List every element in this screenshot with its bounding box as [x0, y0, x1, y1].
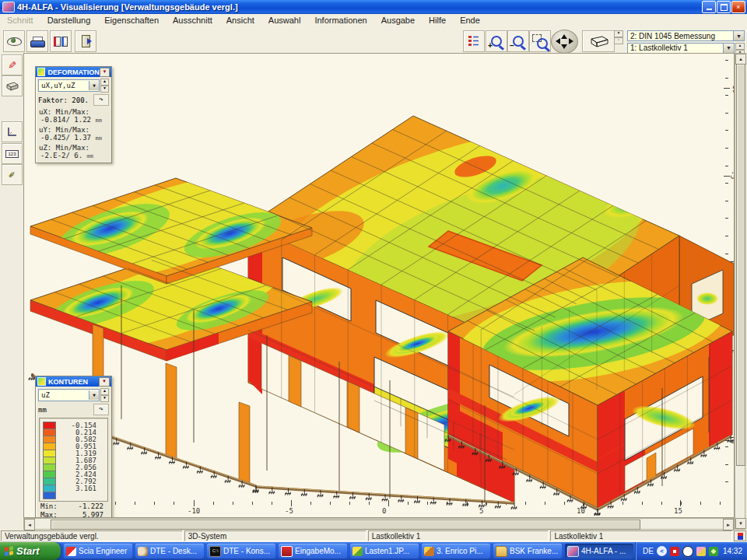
help-book-button[interactable] [50, 30, 72, 52]
menu-item-darstellung[interactable]: Darstellung [40, 14, 98, 28]
zoom-window-button[interactable] [529, 30, 551, 52]
pencil-icon: ✎ [6, 61, 18, 69]
menu-item-informationen[interactable]: Informationen [307, 14, 374, 28]
vscroll-thumb[interactable] [736, 64, 745, 466]
menu-item-ausgabe[interactable]: Ausgabe [374, 14, 422, 28]
pan-right-icon[interactable] [569, 38, 577, 44]
chevron-down-icon[interactable]: ▼ [89, 81, 99, 90]
unit-label: mm [87, 153, 93, 159]
tree-view-button[interactable] [463, 30, 485, 52]
konturen-selector[interactable]: uZ ▼ [38, 389, 100, 401]
horizontal-scrollbar[interactable]: ◄ ► [23, 518, 735, 530]
title-bar[interactable]: 4H-ALFA - Visualisierung [Verwaltungsgeb… [0, 0, 747, 14]
design-combo-value: 2: DIN 1045 Bemessung [630, 32, 715, 40]
menu-item-auswahl[interactable]: Auswahl [261, 14, 308, 28]
taskbar-button-label: DTE - Kons... [223, 547, 270, 555]
language-indicator[interactable]: DE [643, 547, 654, 555]
status-loadcase-2: Lastkollektiv 1 [550, 530, 732, 541]
deformation-panel-titlebar[interactable]: DEFORMATION ▼ [36, 67, 111, 77]
taskbar-button-label: DTE - Desk... [150, 547, 197, 555]
konturen-spinner[interactable]: ▲▼ [100, 388, 109, 402]
minimize-button[interactable] [702, 1, 716, 13]
tray-paint-icon[interactable] [696, 547, 706, 556]
pan-down-icon[interactable] [561, 44, 567, 52]
folder-icon [496, 546, 507, 557]
restore-button[interactable] [717, 1, 731, 13]
perspective-spinner[interactable]: ▼▫ [614, 30, 623, 44]
perspective-button[interactable] [582, 30, 615, 52]
taskbar-button-label: BSK Franke... [510, 547, 558, 555]
deformation-spinner[interactable]: ▲▼ [100, 79, 109, 93]
sketch-button[interactable]: ✎ [2, 54, 23, 75]
deformation-row-value: -0.814/ 1.22 mm [40, 116, 111, 124]
start-button[interactable]: Start [0, 542, 61, 560]
tree-list-icon [468, 35, 480, 47]
tray-app-icon[interactable] [682, 546, 693, 557]
menu-item-schnitt: Schnitt [0, 14, 40, 28]
rollup-icon[interactable]: ▼ [99, 377, 110, 387]
tray-volume-icon[interactable] [670, 547, 679, 556]
deformation-selector[interactable]: uX,uY,uZ ▼ [38, 79, 100, 92]
zoom-in-button[interactable]: + [486, 30, 507, 52]
taskbar-button-dte-kons-[interactable]: C:\DTE - Kons... [207, 544, 275, 558]
deformation-row-label: uY: Min/Max: [39, 126, 111, 134]
toolbar: + − ▼▫ 2: DIN 1045 Bemessung ▼ 1: Lastko… [0, 28, 747, 54]
hscroll-thumb[interactable] [51, 520, 640, 530]
pan-up-icon[interactable] [561, 31, 567, 39]
printer-icon [30, 37, 44, 47]
chevron-down-icon[interactable]: ▼ [723, 44, 734, 53]
pan-control[interactable] [551, 30, 578, 54]
menu-item-ende[interactable]: Ende [453, 14, 487, 28]
status-system: 3D-System [184, 530, 366, 541]
scia-icon [66, 547, 76, 556]
print-button[interactable] [26, 30, 48, 52]
vertical-scrollbar[interactable]: ▲ ▼ [735, 53, 745, 530]
taskbar-button-lasten1-jp-[interactable]: Lasten1.JP... [350, 544, 419, 558]
scroll-up-icon[interactable]: ▲ [735, 54, 746, 65]
taskbar-button-4h-alfa-[interactable]: 4H-ALFA - ... [565, 544, 633, 558]
panel-icon [37, 68, 45, 76]
lens-icon [537, 38, 548, 49]
tray-chevron-icon[interactable]: < [657, 546, 667, 556]
rollup-icon[interactable]: ▼ [100, 68, 110, 77]
taskbar-button-dte-desk-[interactable]: DTE - Desk... [135, 544, 204, 558]
dimensions-button[interactable]: 123 [2, 143, 23, 164]
refresh-icon[interactable]: ↷ [93, 404, 109, 415]
tray-shield-icon[interactable] [709, 547, 718, 556]
design-combo[interactable]: 2: DIN 1045 Bemessung ▼ [627, 30, 745, 41]
max-label: Max: [40, 511, 58, 518]
model-viewport[interactable]: -15-10-5051015 -10-50510 Y [23, 53, 735, 518]
loadcase-combo-value: 1: Lastkollektiv 1 [630, 44, 688, 52]
chevron-down-icon[interactable]: ▼ [89, 390, 99, 400]
refresh-icon[interactable]: ↷ [93, 94, 109, 106]
deformation-panel[interactable]: DEFORMATION ▼ uX,uY,uZ ▼ ▲▼ Faktor: 200.… [35, 66, 112, 163]
menu-item-ausschnitt[interactable]: Ausschnitt [166, 14, 219, 28]
render-box-button[interactable] [2, 75, 23, 96]
menu-item-ansicht[interactable]: Ansicht [219, 14, 261, 28]
scroll-left-icon[interactable]: ◄ [24, 519, 35, 530]
close-button[interactable]: × [731, 1, 745, 13]
color-scale: -0.1540.2140.5820.9511.3191.6872.0562.42… [39, 418, 108, 502]
konturen-panel[interactable]: KONTUREN ▼ uZ ▼ ▲▼ mm ↷ -0.1540.2140.582… [35, 376, 112, 518]
konturen-panel-titlebar[interactable]: KONTUREN ▼ [36, 376, 111, 387]
loadcase-combo[interactable]: 1: Lastkollektiv 1 ▼ [627, 43, 735, 54]
axes-button[interactable] [2, 121, 23, 142]
view-button[interactable] [3, 30, 25, 52]
fem-building-view[interactable] [24, 54, 735, 516]
menu-item-hilfe[interactable]: Hilfe [422, 14, 453, 28]
zoom-out-button[interactable]: − [507, 30, 529, 52]
scroll-right-icon[interactable]: ► [723, 519, 734, 530]
taskbar-button-label: Lasten1.JP... [365, 547, 409, 555]
panel-icon [37, 377, 46, 386]
taskbar-button-3-enrico-pi-[interactable]: 3. Enrico Pi... [422, 544, 490, 558]
taskbar-button-bsk-franke-[interactable]: BSK Franke... [493, 544, 562, 558]
books-icon [54, 37, 68, 47]
annotate-button[interactable]: ✒ [2, 164, 23, 185]
scroll-down-icon[interactable]: ▼ [735, 518, 746, 529]
taskbar-button-eingabemo-[interactable]: EingabeMo... [279, 544, 347, 558]
taskbar-button-scia-engineer[interactable]: Scia Engineer [64, 544, 132, 558]
exit-button[interactable] [75, 30, 96, 52]
pan-left-icon[interactable] [552, 38, 560, 44]
chevron-down-icon[interactable]: ▼ [733, 31, 744, 40]
menu-item-eigenschaften[interactable]: Eigenschaften [97, 14, 166, 28]
